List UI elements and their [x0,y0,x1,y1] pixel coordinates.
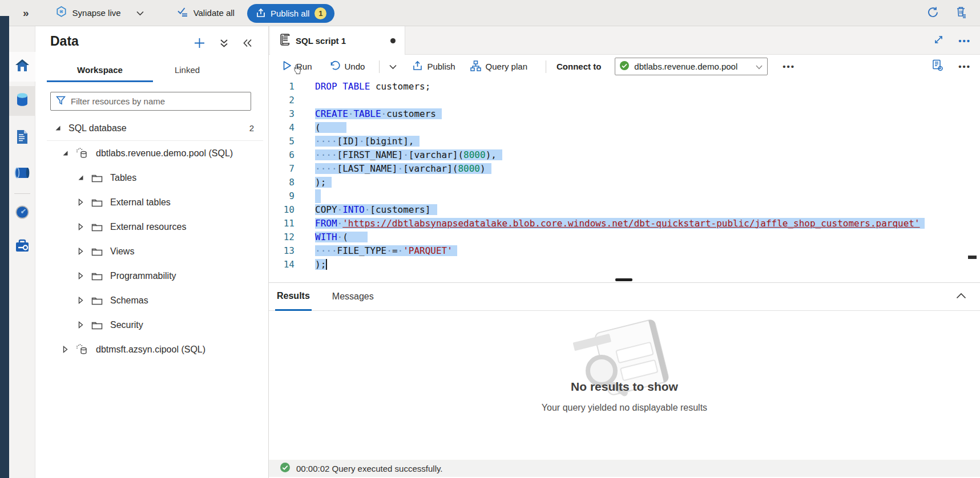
expand-node-icon[interactable] [77,321,84,329]
code-line[interactable]: 1DROP TABLE customers; [269,80,980,94]
tree-item[interactable]: Views [35,239,269,264]
code-line[interactable]: 12WITH·( [269,230,980,244]
empty-results-title: No results to show [269,380,980,394]
add-resource-icon[interactable] [194,38,205,51]
hub-monitor[interactable] [9,199,35,228]
code-line[interactable]: 7····[LAST_NAME]·[varchar](8000) [269,162,980,176]
run-options-chevron-icon[interactable] [389,62,397,72]
collapse-all-icon[interactable] [220,39,228,50]
toolbar-more-actions[interactable]: ••• [783,62,795,71]
code-line[interactable]: 10COPY·INTO·[customers] [269,203,980,217]
code-editor[interactable]: 1DROP TABLE customers;23CREATE·TABLE·cus… [269,78,980,282]
expand-node-icon[interactable] [77,272,84,279]
collapse-panel-icon[interactable] [243,39,252,50]
expand-node-icon[interactable] [62,346,68,353]
run-play-icon [283,60,292,72]
tree-item[interactable]: Programmability [35,264,269,288]
expand-node-icon[interactable] [77,223,84,230]
expand-nav-icon[interactable]: » [23,7,29,19]
code-line[interactable]: 14); [269,258,980,272]
collapse-node-icon[interactable] [62,150,68,156]
query-status-bar: 00:00:02 Query executed successfully. [269,460,980,477]
query-plan-button[interactable]: Query plan [470,60,527,73]
tree-item[interactable]: External tables [35,190,269,214]
data-icon [15,92,29,110]
filter-input[interactable] [71,96,242,106]
publish-label: Publish [427,62,455,71]
tab-messages[interactable]: Messages [330,283,376,311]
text-cursor [326,259,327,270]
connect-to-label: Connect to [556,62,601,71]
collapse-results-chevron-icon[interactable] [956,291,966,301]
publish-all-button[interactable]: Publish all 1 [247,4,334,23]
expand-node-icon[interactable] [77,199,84,206]
hub-home[interactable] [9,52,35,82]
sql-pool-icon [76,148,88,159]
query-plan-label: Query plan [486,62,527,71]
code-line[interactable]: 2 [269,94,980,107]
code-line[interactable]: 11FROM·'https://dbtlabsynapsedatalake.bl… [269,217,980,230]
tree-item[interactable]: Security [35,313,269,337]
validate-all-button[interactable]: Validate all [177,7,235,19]
resource-filter[interactable] [50,92,251,111]
discard-trash-icon[interactable] [955,6,967,21]
run-button[interactable]: Run [283,60,312,72]
line-number: 4 [269,121,315,135]
tree-item[interactable]: Tables [35,165,269,190]
script-properties-icon[interactable] [932,59,943,74]
validate-label: Validate all [193,8,235,18]
code-text: ); [315,176,980,189]
mode-selector[interactable]: Synapse live [55,6,144,20]
tab-workspace[interactable]: Workspace [47,60,153,82]
folder-icon [91,296,103,305]
tab-sql-script-1[interactable]: SQL script 1 [270,26,405,55]
pool-selector-dropdown[interactable]: dbtlabs.revenue.demo.pool [615,58,768,75]
publish-all-label: Publish all [271,9,309,18]
editor-scrollbar-thumb[interactable] [968,256,977,259]
line-number: 7 [269,162,315,176]
code-text: FROM·'https://dbtlabsynapsedatalake.blob… [315,217,980,230]
empty-results-subtitle: Your query yielded no displayable result… [269,403,980,413]
code-text: ····[FIRST_NAME]·[varchar](8000), [315,148,980,162]
folder-icon [91,247,103,256]
code-line[interactable]: 9 [269,189,980,203]
run-label: Run [296,62,312,71]
code-line[interactable]: 13····FILE_TYPE·=·'PARQUET' [269,244,980,258]
tab-results[interactable]: Results [275,283,312,311]
tree-item[interactable]: External resources [35,214,269,239]
pane-splitter-handle[interactable] [615,278,632,281]
collapse-node-icon[interactable] [77,175,84,181]
expand-editor-icon[interactable] [934,35,943,47]
code-line[interactable]: 5····[ID]·[bigint], [269,135,980,148]
collapse-node-icon[interactable] [54,125,61,131]
hub-develop[interactable] [9,123,35,153]
line-number: 2 [269,94,315,107]
hub-manage[interactable] [9,232,35,262]
expand-node-icon[interactable] [77,248,84,255]
refresh-icon[interactable] [926,6,939,21]
tab-linked[interactable]: Linked [153,60,221,82]
tree-item[interactable]: SQL database2 [35,116,269,140]
tree-item-label: SQL database [68,123,127,133]
hub-data[interactable] [9,86,35,116]
tab-more-actions[interactable]: ••• [958,36,971,46]
tree-item[interactable]: dbtmsft.azsyn.cipool (SQL) [35,337,269,362]
code-line[interactable]: 8); [269,176,980,189]
code-line[interactable]: 6····[FIRST_NAME]·[varchar](8000), [269,148,980,162]
editor-toolbar: Run Undo Publish [269,55,980,78]
collapsed-nav-strip[interactable] [0,16,9,478]
undo-icon [329,60,340,72]
tree-item[interactable]: Schemas [35,288,269,313]
hub-integrate[interactable] [9,159,35,189]
publish-button[interactable]: Publish [413,60,455,72]
code-line[interactable]: 3CREATE·TABLE·customers [269,107,980,121]
line-number: 13 [269,244,315,258]
tree-item[interactable]: dbtlabs.revenue.demo.pool (SQL) [35,141,269,165]
doc-tab-title: SQL script 1 [296,36,346,46]
undo-button[interactable]: Undo [329,60,365,72]
synapse-studio: » Synapse live Validate all Publish all … [0,0,980,478]
folder-icon [91,173,103,183]
expand-node-icon[interactable] [77,297,84,304]
code-line[interactable]: 4( [269,121,980,135]
editor-more-actions[interactable]: ••• [958,62,971,71]
